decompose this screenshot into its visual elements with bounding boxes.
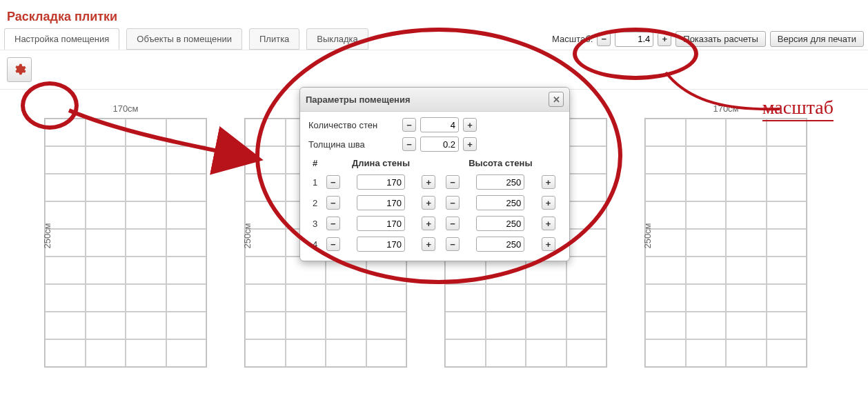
h-plus-button[interactable]: +	[542, 175, 555, 189]
wall-width-label: 170см	[44, 103, 207, 118]
row-num: 2	[310, 193, 320, 212]
close-icon: ✕	[553, 94, 560, 105]
wall-height-label: 250см	[42, 223, 52, 248]
wall-height-label: 250см	[642, 223, 653, 248]
dialog-close-button[interactable]: ✕	[549, 92, 564, 107]
row-num: 4	[310, 234, 320, 254]
walls-count-label: Количество стен	[308, 120, 398, 130]
print-button[interactable]: Версия для печати	[770, 31, 864, 47]
len-plus-button[interactable]: +	[422, 196, 435, 210]
walls-plus-button[interactable]: +	[463, 118, 477, 132]
page-title: Раскладка плитки	[0, 0, 868, 28]
h-plus-button[interactable]: +	[542, 196, 555, 210]
table-row: 4 − + − +	[310, 234, 560, 254]
dialog-title: Параметры помещения	[306, 94, 411, 105]
scale-label: Масштаб:	[552, 34, 593, 44]
h-plus-button[interactable]: +	[542, 217, 555, 230]
scale-plus-button[interactable]: +	[658, 32, 671, 46]
settings-button[interactable]	[7, 57, 32, 82]
len-minus-button[interactable]: −	[326, 217, 340, 230]
seam-plus-button[interactable]: +	[463, 137, 477, 151]
row-num: 1	[310, 172, 320, 192]
show-calc-button[interactable]: Показать расчеты	[675, 31, 766, 47]
len-minus-button[interactable]: −	[326, 196, 340, 210]
wall-panel: 250см 170см	[644, 103, 807, 368]
wall-height-input[interactable]	[476, 174, 524, 190]
annotation-text: масштаб	[762, 97, 834, 121]
table-row: 3 − + − +	[310, 214, 560, 233]
gear-icon	[12, 63, 26, 77]
wall-height-label: 250см	[242, 223, 253, 248]
seam-input[interactable]	[420, 137, 459, 152]
wall-height-input[interactable]	[476, 237, 524, 252]
tab-tile[interactable]: Плитка	[249, 28, 299, 50]
wall-length-input[interactable]	[357, 174, 405, 190]
col-length: Длина стены	[322, 157, 440, 171]
tab-room-setup[interactable]: Настройка помещения	[4, 28, 119, 50]
wall-length-input[interactable]	[357, 216, 405, 231]
len-minus-button[interactable]: −	[326, 175, 340, 189]
row-num: 3	[310, 214, 320, 233]
h-minus-button[interactable]: −	[446, 237, 460, 251]
walls-minus-button[interactable]: −	[402, 118, 416, 132]
len-minus-button[interactable]: −	[326, 237, 340, 251]
len-plus-button[interactable]: +	[422, 175, 435, 189]
wall-height-input[interactable]	[476, 216, 524, 231]
len-plus-button[interactable]: +	[422, 237, 435, 251]
scale-input[interactable]	[615, 32, 653, 47]
tab-layout[interactable]: Выкладка	[306, 28, 368, 50]
h-minus-button[interactable]: −	[446, 175, 460, 189]
seam-label: Толщина шва	[308, 139, 398, 150]
scale-minus-button[interactable]: −	[597, 32, 611, 46]
wall-panel: 250см 170см	[44, 103, 207, 368]
len-plus-button[interactable]: +	[422, 217, 435, 230]
table-row: 1 − + − +	[310, 172, 560, 192]
wall-length-input[interactable]	[357, 195, 405, 210]
h-minus-button[interactable]: −	[446, 217, 460, 230]
wall-length-input[interactable]	[357, 237, 405, 252]
h-plus-button[interactable]: +	[542, 237, 555, 251]
walls-count-input[interactable]	[420, 117, 459, 132]
col-num: #	[310, 157, 320, 171]
h-minus-button[interactable]: −	[446, 196, 460, 210]
table-row: 2 − + − +	[310, 193, 560, 212]
tab-objects[interactable]: Объекты в помещении	[126, 28, 242, 50]
wall-height-input[interactable]	[476, 195, 524, 210]
col-height: Высота стены	[442, 157, 560, 171]
main-tabs: Настройка помещения Объекты в помещении …	[4, 28, 368, 50]
room-params-dialog[interactable]: Параметры помещения ✕ Количество стен − …	[299, 87, 570, 261]
seam-minus-button[interactable]: −	[402, 137, 416, 151]
